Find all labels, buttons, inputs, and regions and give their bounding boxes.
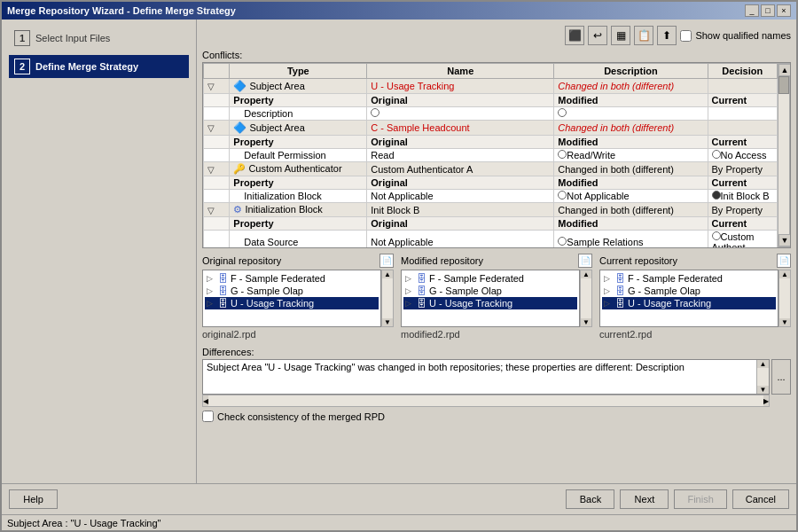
toolbar-btn-3[interactable]: ▦ [611, 26, 630, 45]
prop4-col-2: Original [367, 217, 554, 231]
mod-tree-scrollbar[interactable]: ▲ ▼ [580, 270, 592, 327]
conflicts-scroll-area[interactable]: Type Name Description Decision ▽ [203, 63, 778, 247]
list-item[interactable]: ▷ 🗄 G - Sample Olap [403, 285, 577, 297]
diff-scroll-down[interactable]: ▼ [757, 386, 769, 394]
original-repo-filename: original2.rpd [202, 329, 394, 340]
original-repo-tree[interactable]: ▷ 🗄 F - Sample Federated ▷ 🗄 G - Sample … [202, 270, 381, 327]
scroll-down-btn[interactable]: ▼ [778, 234, 791, 246]
orig-tree-scrollbar[interactable]: ▲ ▼ [381, 270, 394, 327]
cur-tree-scrollbar[interactable]: ▲ ▼ [778, 270, 791, 327]
mod-label-1: F - Sample Federated [429, 273, 524, 284]
prop3-col-3: Modified [554, 176, 708, 190]
tree-item-label-3: U - Usage Tracking [231, 298, 314, 309]
step-1-label: Select Input Files [35, 33, 110, 43]
diff-scroll-up[interactable]: ▲ [757, 360, 769, 368]
list-item[interactable]: ▷ 🗄 U - Usage Tracking [403, 297, 577, 309]
radio-mod-4[interactable] [558, 237, 567, 246]
radio-cur-4[interactable] [712, 231, 721, 240]
current-repo-tree[interactable]: ▷ 🗄 F - Sample Federated ▷ 🗄 G - Sample … [599, 270, 778, 327]
modified-repo-tree[interactable]: ▷ 🗄 F - Sample Federated ▷ 🗄 G - Sample … [401, 270, 580, 327]
table-row[interactable]: Description [204, 107, 778, 121]
list-item[interactable]: ▷ 🗄 G - Sample Olap [205, 285, 379, 297]
list-item[interactable]: ▷ 🗄 F - Sample Federated [602, 272, 776, 285]
close-button[interactable]: × [777, 4, 791, 17]
expand-icon-1[interactable]: ▽ [207, 82, 215, 91]
prop2-col-1: Property [230, 136, 367, 149]
minimize-button[interactable]: _ [745, 4, 759, 17]
type-label-1: Subject Area [249, 81, 304, 91]
decision-cell-3: By Property [708, 162, 777, 176]
prop3-col-1: Property [230, 176, 367, 190]
next-button[interactable]: Next [620, 489, 669, 509]
mod-scroll-up[interactable]: ▲ [581, 270, 591, 278]
table-row[interactable]: Initialization Block Not Applicable Not … [204, 190, 778, 203]
check-consistency-checkbox[interactable] [202, 411, 214, 422]
list-item[interactable]: ▷ 🗄 F - Sample Federated [205, 272, 379, 285]
toolbar-btn-4[interactable]: 📋 [634, 26, 653, 45]
table-row[interactable]: Default Permission Read Read/Write No Ac… [204, 149, 778, 162]
orig-scroll-up[interactable]: ▲ [382, 270, 393, 278]
radio-mod-2[interactable] [558, 150, 567, 159]
perm-modified: Read/Write [554, 149, 708, 162]
orig-scroll-track [382, 278, 393, 318]
diff-hscrollbar[interactable]: ◀ ▶ [202, 395, 770, 407]
datasrc-current: Custom Authent. [708, 231, 777, 248]
mod-expand-1: ▷ [405, 274, 414, 283]
scroll-thumb[interactable] [778, 76, 789, 94]
scroll-up-btn[interactable]: ▲ [778, 64, 791, 76]
init-original: Not Applicable [367, 190, 554, 203]
orig-scroll-down[interactable]: ▼ [382, 318, 393, 326]
mod-scroll-down[interactable]: ▼ [581, 318, 591, 326]
list-item[interactable]: ▷ 🗄 G - Sample Olap [602, 285, 776, 297]
modified-repo-doc-icon[interactable]: 📄 [578, 254, 592, 268]
toolbar-btn-2[interactable]: ↩ [588, 26, 607, 45]
tree-expand-icon-3: ▷ [207, 299, 215, 308]
diff-scrollbar[interactable]: ▲ ▼ [756, 360, 769, 394]
init-modified: Not Applicable [554, 190, 708, 203]
list-item[interactable]: ▷ 🗄 U - Usage Tracking [602, 297, 776, 309]
perm-original: Read [367, 149, 554, 162]
dots-button[interactable]: ... [771, 359, 791, 395]
expand-icon-2[interactable]: ▽ [207, 123, 215, 133]
cur-scroll-up[interactable]: ▲ [779, 270, 790, 278]
tree-item-label-2: G - Sample Olap [231, 286, 303, 296]
toolbar-btn-1[interactable]: ⬛ [565, 26, 584, 45]
maximize-button[interactable]: □ [761, 4, 775, 17]
repositories-row: Original repository 📄 ▷ 🗄 F - Sample Fed… [202, 254, 791, 340]
type-label-4: Initialization Block [245, 204, 322, 215]
show-qualified-checkbox[interactable] [680, 30, 692, 42]
diff-hscroll-right[interactable]: ▶ [763, 395, 769, 406]
expand-icon-3[interactable]: ▽ [207, 165, 215, 175]
conflicts-scrollbar[interactable]: ▲ ▼ [778, 63, 790, 247]
radio-cur-3[interactable] [712, 191, 721, 200]
current-repo-tree-container: ▷ 🗄 F - Sample Federated ▷ 🗄 G - Sample … [599, 270, 791, 327]
cur-scroll-down[interactable]: ▼ [779, 318, 790, 326]
toolbar-btn-5[interactable]: ⬆ [657, 26, 677, 45]
type-label-3: Custom Authenticator [248, 163, 341, 174]
finish-button[interactable]: Finish [674, 489, 726, 509]
radio-mod-3[interactable] [558, 191, 567, 200]
cancel-button[interactable]: Cancel [732, 489, 789, 509]
back-button[interactable]: Back [566, 489, 614, 509]
table-row[interactable]: Data Source Not Applicable Sample Relati… [204, 231, 778, 248]
table-row[interactable]: ▽ 🔑 Custom Authenticator Custom Authenti… [204, 162, 778, 176]
radio-orig-1[interactable] [371, 108, 379, 117]
sidebar-item-define-merge[interactable]: 2 Define Merge Strategy [9, 55, 189, 78]
conflicts-table-container: Type Name Description Decision ▽ [202, 62, 791, 248]
help-button[interactable]: Help [9, 489, 58, 509]
expand-icon-4[interactable]: ▽ [207, 206, 215, 215]
original-repo-doc-icon[interactable]: 📄 [379, 254, 394, 268]
step-1-number: 1 [14, 30, 30, 46]
table-row[interactable]: ▽ ⚙ Initialization Block Init Block B Ch… [204, 203, 778, 217]
table-row[interactable]: ▽ 🔷 Subject Area U - Usage Tracking Chan… [204, 79, 778, 94]
radio-cur-2[interactable] [712, 150, 721, 159]
table-row: Property Original Modified Current [204, 176, 778, 190]
conflicts-table: Type Name Description Decision ▽ [203, 63, 778, 247]
differences-container: Subject Area "U - Usage Tracking" was ch… [202, 359, 770, 395]
list-item[interactable]: ▷ 🗄 U - Usage Tracking [205, 297, 379, 309]
radio-mod-1[interactable] [558, 108, 567, 117]
table-row[interactable]: ▽ 🔷 Subject Area C - Sample Headcount Ch… [204, 121, 778, 136]
sidebar-item-select-input[interactable]: 1 Select Input Files [9, 27, 189, 50]
list-item[interactable]: ▷ 🗄 F - Sample Federated [403, 272, 577, 285]
current-repo-doc-icon[interactable]: 📄 [777, 254, 791, 268]
